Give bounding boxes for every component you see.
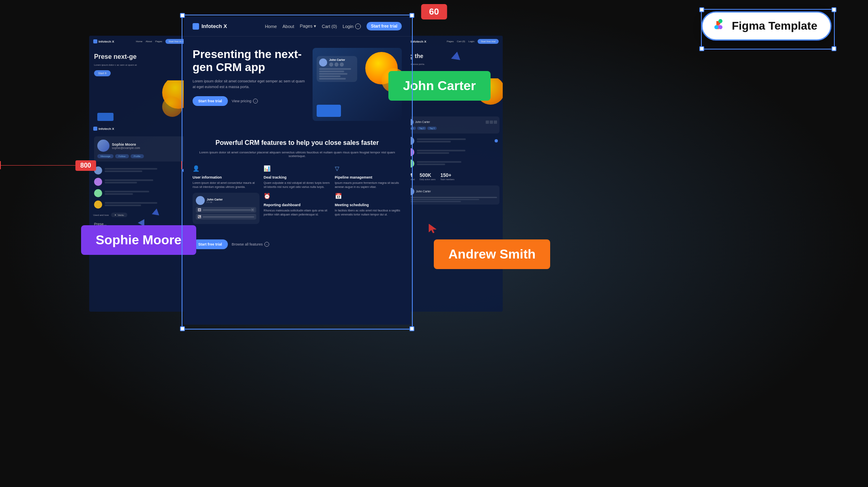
feature-pipeline-icon: ▽ xyxy=(335,165,343,173)
left-hero-desc: Lorem ipsum dolor c ac sem ut quam at xyxy=(94,64,186,66)
features-title: Powerful CRM features to help you close … xyxy=(193,139,402,147)
main-logo-text: Infotech X xyxy=(201,23,227,29)
handle-br[interactable] xyxy=(409,326,414,331)
canvas: 60 Infotech X Home About Pages Start fre… xyxy=(0,0,868,487)
card-avatar xyxy=(319,58,327,67)
feature-meeting: 📅 Meeting scheduling In facilisis libero… xyxy=(335,193,402,226)
left-hero-title: Prese next-ge xyxy=(94,53,186,60)
feature-pipeline: ▽ Pipeline management Ipsum mauris posue… xyxy=(335,165,402,189)
card-name: John Carter xyxy=(329,58,345,61)
left-used-by: Used and love ✦ Ventu xyxy=(89,210,191,220)
feature-deal-text: Quam vulputate a nisl volutpat sit donec… xyxy=(264,181,330,189)
main-logo-icon xyxy=(193,23,199,30)
feature-reporting-text: Rhoncus malesuada sollicitudin etiam qui… xyxy=(264,209,330,217)
figma-template-badge[interactable]: Figma Template xyxy=(701,11,832,41)
feature-contact-card-wrap: John Carter f t in ✉ ✏ xyxy=(193,193,259,226)
card-social xyxy=(329,62,345,67)
measurement-800-badge: 800 xyxy=(75,160,96,171)
main-hero-text: Presenting the next-gen CRM app Lorem ip… xyxy=(193,48,306,121)
bottom-start-btn[interactable]: Start free trial xyxy=(193,239,228,249)
feature-deal-icon: 📊 xyxy=(264,165,272,173)
nav-cart[interactable]: Cart (0) xyxy=(322,24,337,29)
measure-tick-right xyxy=(181,161,182,169)
feature-deal-name: Deal tracking xyxy=(264,175,330,179)
features-grid: 👤 User information Lorem ipsum dolor sit… xyxy=(193,165,402,227)
nav-cta[interactable]: Start free trial xyxy=(366,22,402,30)
bottom-browse-btn[interactable]: Browse all features → xyxy=(232,242,270,247)
hero-view-pricing-btn[interactable]: View pricing → xyxy=(232,99,258,103)
left-profile-avatar xyxy=(97,140,109,152)
left-logo: Infotech X xyxy=(93,39,114,43)
feature-user-info: 👤 User information Lorem ipsum dolor sit… xyxy=(193,165,259,189)
right-bottom-card: John Carter xyxy=(405,185,499,205)
figma-handle-bl[interactable] xyxy=(699,46,704,51)
feature-reporting: ⏰ Reporting dashboard Rhoncus malesuada … xyxy=(264,193,330,226)
right-nav: Infotech X Pages Cart (0) Login Start fr… xyxy=(401,36,503,47)
left-start-btn[interactable]: Start fr xyxy=(94,70,111,76)
right-mini-card: John Carter Tag 1 Tag 2 Tag 3 xyxy=(405,116,499,134)
left-profile-card: Sophie Moore sophie@example.com Message … xyxy=(94,136,186,162)
sophie-moore-badge: Sophie Moore xyxy=(81,225,196,255)
figma-handle-tl[interactable] xyxy=(699,7,704,12)
main-hero: Presenting the next-gen CRM app Lorem ip… xyxy=(184,37,411,129)
right-mini-name: John Carter xyxy=(415,121,430,123)
nav-login[interactable]: Login → xyxy=(343,24,361,29)
figma-badge-text: Figma Template xyxy=(732,19,817,32)
right-hero-desc: st a massa porta. xyxy=(406,63,498,65)
contact-card-snippet: John Carter f t in ✉ ✏ xyxy=(193,193,259,224)
left-platform xyxy=(97,113,114,121)
feature-meeting-name: Meeting scheduling xyxy=(335,203,402,207)
main-hero-btns: Start free trial View pricing → xyxy=(193,96,306,106)
feature-meeting-text: In facilisis libero ac odio amet nisl fa… xyxy=(335,209,402,217)
left-list-row-4 xyxy=(89,199,191,210)
left-list-row-1 xyxy=(89,165,191,176)
right-bottom-name: John Carter xyxy=(416,190,431,193)
right-list-3 xyxy=(401,158,503,169)
hero-platform xyxy=(317,105,341,117)
cc-name: John Carter xyxy=(207,198,223,201)
feature-user-text: Lorem ipsum dolor sit amet consectetur m… xyxy=(193,181,259,189)
left-list-row-2 xyxy=(89,176,191,187)
main-preview: Infotech X Home About Pages ▾ Cart (0) L… xyxy=(184,16,411,325)
handle-bl[interactable] xyxy=(180,326,185,331)
left-nav-links: Home About Pages Start free trial xyxy=(136,39,186,44)
main-hero-title: Presenting the next-gen CRM app xyxy=(193,48,306,74)
john-carter-badge: John Carter xyxy=(388,71,491,101)
feature-user-icon: 👤 xyxy=(193,165,201,173)
main-hero-desc: Lorem ipsum dolor sit amet consectetur e… xyxy=(193,79,306,90)
right-list-1 xyxy=(401,135,503,147)
right-stat-2: 500K Daily active users xyxy=(420,172,435,181)
figma-handle-br[interactable] xyxy=(832,46,836,51)
hero-start-btn[interactable]: Start free trial xyxy=(193,96,228,106)
nav-pages[interactable]: Pages ▾ xyxy=(300,24,316,29)
feature-reporting-icon: ⏰ xyxy=(264,193,272,201)
left-preview-nav: Infotech X Home About Pages Start free t… xyxy=(89,36,191,47)
figma-handle-tr[interactable] xyxy=(832,7,836,12)
right-stat-3: 150+ Team members xyxy=(440,172,454,181)
left-sphere-wrap xyxy=(89,80,191,121)
feature-pipeline-text: Ipsum mauris posuere fermentum magna sit… xyxy=(335,181,402,189)
feature-deal: 📊 Deal tracking Quam vulputate a nisl vo… xyxy=(264,165,330,189)
left-list-row-3 xyxy=(89,187,191,199)
right-stats: 0M Organised 500K Daily active users 150… xyxy=(401,169,503,184)
cursor-send-right xyxy=(451,53,459,62)
number-badge: 60 xyxy=(421,4,447,19)
feature-reporting-name: Reporting dashboard xyxy=(264,203,330,207)
left-sphere2 xyxy=(162,97,182,117)
figma-logo-icon xyxy=(711,18,726,34)
feature-pipeline-name: Pipeline management xyxy=(335,175,402,179)
left-hero: Prese next-ge Lorem ipsum dolor c ac sem… xyxy=(89,47,191,80)
features-desc: Lorem ipsum dolor sit amet consectetur p… xyxy=(193,151,402,158)
nav-about[interactable]: About xyxy=(283,24,294,29)
main-nav: Infotech X Home About Pages ▾ Cart (0) L… xyxy=(184,16,411,37)
cursor-arrow-left xyxy=(152,209,158,217)
feature-user-name: User information xyxy=(193,175,259,179)
andrew-smith-badge: Andrew Smith xyxy=(434,239,550,269)
left-profile-btns: Message Follow Profile xyxy=(97,154,182,158)
left-profile-name: Sophie Moore xyxy=(112,142,140,147)
main-features: Powerful CRM features to help you close … xyxy=(184,129,411,236)
nav-home[interactable]: Home xyxy=(265,24,276,29)
measure-tick-left xyxy=(0,161,1,169)
left-preview: Infotech X Home About Pages Start free t… xyxy=(89,36,191,312)
left-preview-sub-nav: Infotech X xyxy=(89,124,191,133)
